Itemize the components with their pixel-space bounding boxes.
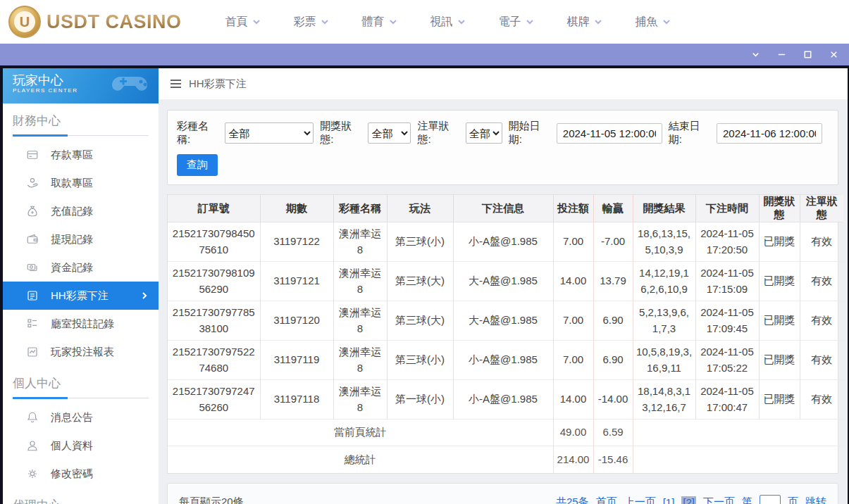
maximize-icon[interactable]	[802, 49, 813, 60]
nav-item-sports[interactable]: 體育	[362, 15, 397, 30]
table-cell: 31197120	[260, 301, 333, 341]
table-cell: 澳洲幸运8	[333, 380, 387, 420]
table-cell: 31197119	[260, 341, 333, 380]
total-summary-label: 總統計	[168, 446, 553, 473]
prev-page-link[interactable]: 上一页	[624, 496, 656, 504]
lottery-name-label: 彩種名稱:	[177, 120, 221, 146]
nav-item-lottery[interactable]: 彩票	[294, 15, 329, 30]
jump-button[interactable]: 跳转	[805, 496, 826, 504]
wallet-icon	[26, 233, 39, 246]
start-date-label: 開始日期:	[509, 120, 553, 146]
table-cell: -7.00	[593, 222, 633, 262]
table-cell: 有效	[800, 341, 843, 380]
nav-item-home[interactable]: 首頁	[225, 15, 261, 30]
chevron-down-icon	[389, 18, 397, 26]
nav-item-fishing[interactable]: 捕魚	[636, 15, 671, 30]
nav-item-slots[interactable]: 電子	[499, 15, 534, 30]
withdraw-hand-icon	[26, 177, 39, 189]
page-title: HH彩票下注	[189, 77, 247, 91]
table-cell: -14.00	[593, 380, 633, 420]
table-cell: 18,6,13,15,5,10,3,9	[633, 222, 695, 262]
table-cell: 第三球(小)	[387, 341, 453, 380]
total-summary-bet: 214.00	[553, 446, 593, 473]
chevron-down-icon	[526, 18, 534, 26]
page-1-link[interactable]: [1]	[663, 496, 675, 504]
order-status-select[interactable]: 全部	[466, 122, 502, 144]
gear-icon	[26, 467, 39, 480]
jump-page-input[interactable]	[760, 495, 781, 504]
sidebar-item-deposit[interactable]: 存款專區	[3, 141, 159, 169]
sidebar-item-withdraw[interactable]: 取款專區	[3, 169, 159, 197]
table-cell: 2024-11-05 17:09:45	[695, 301, 759, 341]
table-cell: 已開獎	[759, 222, 800, 262]
sidebar-item-recharge-record[interactable]: 充值記錄	[3, 197, 159, 225]
col-order-status: 注單狀態	[800, 195, 843, 222]
top-navigation-bar: U USDT CASINO 首頁 彩票 體育 視訊 電子 棋牌 捕魚	[0, 0, 849, 44]
table-cell: 31197118	[260, 380, 333, 420]
sidebar-item-hall-bet-record[interactable]: 廳室投註記錄	[3, 310, 159, 338]
bets-table: 訂單號 期數 彩種名稱 玩法 下注信息 投注額 輸贏 開獎結果 下注時間 開獎狀…	[167, 194, 838, 474]
table-row: 2152173079752274680 31197119 澳洲幸运8 第三球(小…	[168, 341, 843, 380]
total-summary-empty	[633, 446, 843, 473]
logo-coin-icon: U	[8, 6, 41, 38]
sidebar-item-cashout-record[interactable]: 提現記錄	[3, 225, 159, 253]
jump-suffix-label: 页	[788, 496, 798, 504]
table-cell: 7.00	[553, 341, 593, 380]
table-cell: 已開獎	[759, 341, 800, 380]
chevron-down-icon	[594, 18, 602, 26]
hamburger-menu-icon[interactable]	[170, 79, 182, 89]
filter-row: 彩種名稱: 全部 開獎狀態: 全部 注單狀態: 全部 開始日期: 結束日期:	[177, 120, 829, 146]
chevron-down-icon[interactable]	[750, 49, 761, 60]
sidebar-item-funds-record[interactable]: 資金記錄	[3, 253, 159, 282]
sidebar-item-change-password[interactable]: 修改密碼	[3, 460, 159, 488]
total-summary-winloss: -15.46	[593, 446, 633, 473]
table-cell: 7.00	[553, 301, 593, 341]
next-page-link[interactable]: 下一页	[703, 496, 735, 504]
table-row: 2152173079845075610 31197122 澳洲幸运8 第三球(小…	[168, 222, 843, 262]
lottery-name-select[interactable]: 全部	[225, 122, 314, 144]
person-icon	[26, 439, 39, 452]
chevron-right-icon	[140, 291, 149, 300]
main-nav: 首頁 彩票 體育 視訊 電子 棋牌 捕魚	[225, 15, 671, 30]
end-date-input[interactable]	[717, 123, 822, 144]
sidebar-item-player-bet-report[interactable]: 玩家投注報表	[3, 338, 159, 366]
col-bet-time: 下注時間	[695, 195, 759, 222]
draw-status-select[interactable]: 全部	[368, 122, 411, 144]
table-cell: 5,2,13,9,6,1,7,3	[633, 301, 695, 341]
draw-status-label: 開獎狀態:	[320, 120, 364, 146]
table-cell: 有效	[800, 380, 843, 420]
col-winloss: 輸贏	[593, 195, 633, 222]
col-play-type: 玩法	[387, 195, 453, 222]
logo-letter: U	[14, 11, 35, 32]
end-date-label: 結束日期:	[669, 120, 713, 146]
col-draw-status: 開獎狀態	[759, 195, 800, 222]
table-cell: 2152173079810956290	[168, 262, 260, 301]
table-cell: 14.00	[553, 262, 593, 301]
sidebar-item-hh-lottery-bets[interactable]: HH彩票下注	[3, 282, 159, 310]
sidebar-item-announcements[interactable]: 消息公告	[3, 403, 159, 431]
nav-item-video[interactable]: 視訊	[430, 15, 466, 30]
filter-panel: 彩種名稱: 全部 開獎狀態: 全部 注單狀態: 全部 開始日期: 結束日期:	[167, 110, 838, 185]
table-cell: 已開獎	[759, 380, 800, 420]
site-logo: U USDT CASINO	[8, 6, 182, 38]
table-cell: 2024-11-05 17:00:47	[695, 380, 759, 420]
start-date-input[interactable]	[557, 123, 662, 144]
table-cell: 14.00	[553, 380, 593, 420]
first-page-link[interactable]: 首页	[596, 496, 617, 504]
close-icon[interactable]	[829, 49, 839, 60]
nav-item-cards[interactable]: 棋牌	[567, 15, 602, 30]
section-title-finance: 財務中心	[3, 103, 159, 132]
breadcrumb: HH彩票下注	[159, 68, 848, 99]
chevron-down-icon	[457, 18, 466, 26]
table-cell: 2152173079724756260	[168, 380, 260, 420]
total-count-text: 共25条	[556, 496, 589, 504]
search-button[interactable]: 查詢	[177, 154, 218, 176]
table-row: 2152173079724756260 31197118 澳洲幸运8 第一球(小…	[168, 380, 843, 420]
table-cell: 2024-11-05 17:20:50	[695, 222, 759, 262]
hall-record-icon	[26, 317, 39, 330]
minimize-icon[interactable]	[776, 49, 787, 60]
table-cell: 第三球(大)	[387, 262, 453, 301]
page-2-current[interactable]: [2]	[681, 496, 696, 504]
section-divider	[13, 134, 149, 137]
sidebar-item-profile[interactable]: 個人資料	[3, 431, 159, 460]
